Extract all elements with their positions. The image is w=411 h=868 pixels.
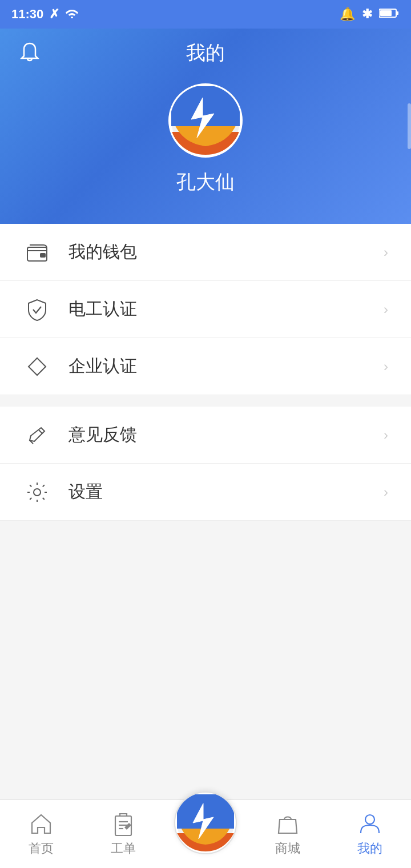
- notification-bell[interactable]: [17, 40, 42, 67]
- edit-icon: [23, 421, 51, 449]
- status-bar: 11:30 ✗ 🔔 ✱: [0, 0, 411, 29]
- bag-icon: [275, 811, 300, 837]
- svg-rect-7: [40, 253, 46, 258]
- page-title: 我的: [186, 40, 225, 66]
- scroll-indicator: [408, 103, 411, 149]
- svg-rect-2: [380, 10, 392, 16]
- svg-point-10: [34, 489, 41, 496]
- diamond-icon: [23, 352, 51, 381]
- wallet-arrow: ›: [384, 244, 388, 260]
- section-gap: [0, 395, 411, 407]
- center-logo-btn[interactable]: [174, 791, 237, 854]
- bottom-nav: 首页 工单 商城: [0, 799, 411, 868]
- svg-point-0: [71, 17, 73, 18]
- wallet-icon: [23, 238, 51, 267]
- nav-item-mine[interactable]: 我的: [329, 800, 411, 868]
- home-icon: [29, 811, 54, 837]
- shield-check-icon: [23, 295, 51, 324]
- svg-line-8: [39, 430, 42, 433]
- volume-icon: 🔔: [340, 7, 355, 22]
- person-icon: [357, 811, 382, 837]
- nav-shop-label: 商城: [275, 840, 300, 857]
- nav-item-home[interactable]: 首页: [0, 800, 82, 868]
- time-display: 11:30: [11, 7, 43, 22]
- menu-item-electrician[interactable]: 电工认证 ›: [0, 281, 411, 338]
- menu-item-enterprise[interactable]: 企业认证 ›: [0, 338, 411, 395]
- menu-item-wallet[interactable]: 我的钱包 ›: [0, 224, 411, 281]
- battery-icon: [379, 7, 400, 22]
- user-name[interactable]: 孔大仙: [176, 169, 235, 195]
- status-left: 11:30 ✗: [11, 7, 79, 22]
- nav-workorder-label: 工单: [111, 840, 136, 857]
- profile-header: 我的 孔大仙: [0, 29, 411, 224]
- clipboard-icon: [111, 811, 136, 837]
- nav-mine-label: 我的: [357, 840, 382, 857]
- bluetooth-icon: ✱: [362, 7, 372, 22]
- empty-space: [0, 521, 411, 704]
- svg-rect-3: [396, 11, 398, 15]
- electrician-label: 电工认证: [68, 298, 137, 321]
- wallet-label: 我的钱包: [68, 240, 137, 264]
- settings-label: 设置: [68, 480, 103, 504]
- avatar[interactable]: [168, 83, 243, 158]
- menu-item-feedback[interactable]: 意见反馈 ›: [0, 407, 411, 464]
- menu-item-settings[interactable]: 设置 ›: [0, 464, 411, 521]
- enterprise-label: 企业认证: [68, 355, 137, 378]
- svg-point-17: [365, 815, 374, 824]
- wifi-icon: [65, 7, 79, 22]
- status-right: 🔔 ✱: [340, 7, 400, 22]
- nav-center-btn[interactable]: [164, 814, 247, 854]
- message-icon: ✗: [49, 7, 59, 22]
- nav-spacer: [0, 704, 411, 772]
- settings-arrow: ›: [384, 484, 388, 500]
- menu-list: 我的钱包 › 电工认证 › 企业认证 ›: [0, 224, 411, 521]
- nav-item-workorder[interactable]: 工单: [82, 800, 164, 868]
- enterprise-arrow: ›: [384, 359, 388, 375]
- nav-home-label: 首页: [29, 840, 54, 857]
- feedback-arrow: ›: [384, 427, 388, 443]
- gear-icon: [23, 478, 51, 507]
- feedback-label: 意见反馈: [68, 423, 137, 447]
- nav-item-shop[interactable]: 商城: [247, 800, 329, 868]
- electrician-arrow: ›: [384, 302, 388, 318]
